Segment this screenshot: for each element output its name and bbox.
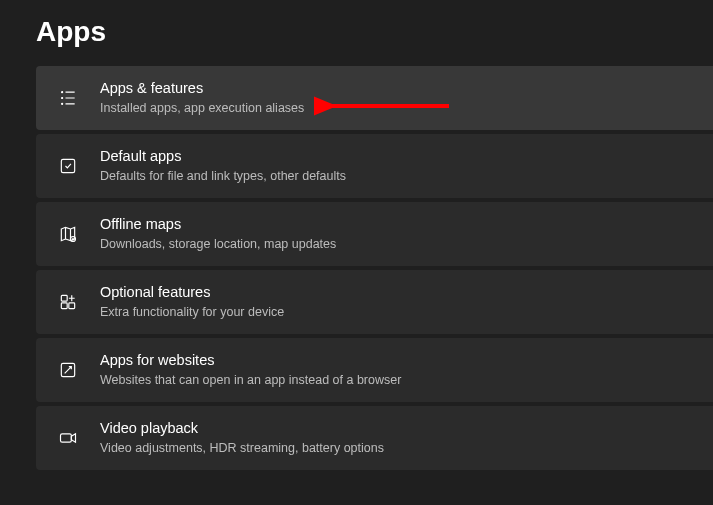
item-title: Default apps xyxy=(100,147,346,166)
svg-rect-3 xyxy=(61,159,74,172)
item-title: Optional features xyxy=(100,283,284,302)
apps-features-icon xyxy=(56,86,80,110)
item-video-playback[interactable]: Video playback Video adjustments, HDR st… xyxy=(36,406,713,470)
item-offline-maps[interactable]: Offline maps Downloads, storage location… xyxy=(36,202,713,266)
svg-point-2 xyxy=(62,103,63,104)
item-subtitle: Video adjustments, HDR streaming, batter… xyxy=(100,440,384,456)
item-optional-features[interactable]: Optional features Extra functionality fo… xyxy=(36,270,713,334)
item-apps-features[interactable]: Apps & features Installed apps, app exec… xyxy=(36,66,713,130)
optional-features-icon xyxy=(56,290,80,314)
settings-items: Apps & features Installed apps, app exec… xyxy=(0,66,713,470)
item-subtitle: Downloads, storage location, map updates xyxy=(100,236,336,252)
apps-websites-icon xyxy=(56,358,80,382)
item-apps-websites[interactable]: Apps for websites Websites that can open… xyxy=(36,338,713,402)
page-title: Apps xyxy=(0,0,713,66)
svg-point-0 xyxy=(62,92,63,93)
svg-rect-5 xyxy=(61,295,67,301)
item-title: Apps & features xyxy=(100,79,304,98)
video-playback-icon xyxy=(56,426,80,450)
item-subtitle: Websites that can open in an app instead… xyxy=(100,372,401,388)
svg-point-1 xyxy=(62,98,63,99)
item-default-apps[interactable]: Default apps Defaults for file and link … xyxy=(36,134,713,198)
item-title: Offline maps xyxy=(100,215,336,234)
offline-maps-icon xyxy=(56,222,80,246)
svg-rect-6 xyxy=(61,303,67,309)
item-subtitle: Extra functionality for your device xyxy=(100,304,284,320)
item-subtitle: Installed apps, app execution aliases xyxy=(100,100,304,116)
default-apps-icon xyxy=(56,154,80,178)
svg-rect-7 xyxy=(69,303,75,309)
svg-rect-9 xyxy=(61,434,72,442)
item-title: Video playback xyxy=(100,419,384,438)
item-subtitle: Defaults for file and link types, other … xyxy=(100,168,346,184)
item-title: Apps for websites xyxy=(100,351,401,370)
